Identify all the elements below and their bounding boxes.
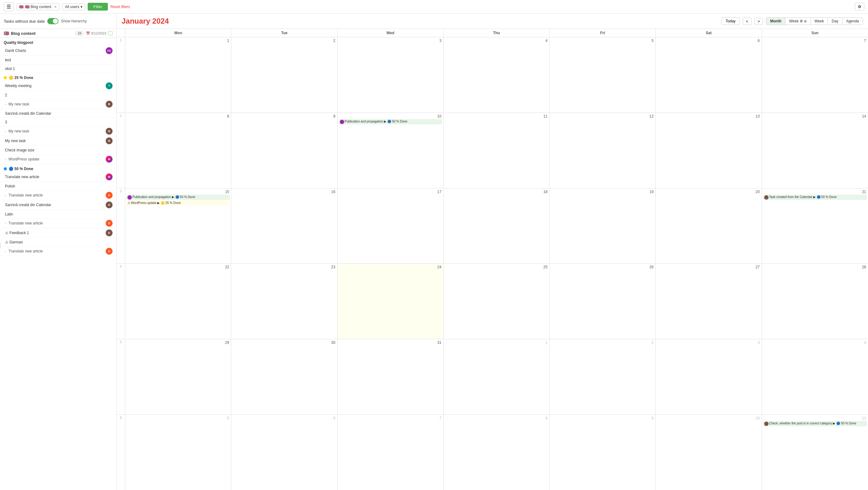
day-cell[interactable]: 4 xyxy=(444,37,550,113)
task-item[interactable]: ›WordPress updateM xyxy=(0,155,116,164)
day-cell[interactable]: 5 xyxy=(125,415,231,490)
task-item[interactable]: ⚠ German xyxy=(0,238,116,247)
day-number: 2 xyxy=(551,340,654,345)
task-item[interactable]: 2 xyxy=(0,91,116,99)
day-cell[interactable]: 15Publication and propagation ▶ 🔵 50 % D… xyxy=(125,188,231,264)
task-item[interactable]: úkol 1 xyxy=(0,64,116,73)
day-cell[interactable]: 3 xyxy=(656,339,762,415)
hamburger-button[interactable]: ☰ xyxy=(4,2,14,11)
day-cell[interactable]: 11Check, whether the post is in correct … xyxy=(762,415,868,490)
day-cell[interactable]: 12 xyxy=(550,113,656,188)
day-cell[interactable]: 24 xyxy=(338,264,444,339)
settings-button[interactable]: ⚙ xyxy=(855,3,864,10)
day-cell[interactable]: 13 xyxy=(656,113,762,188)
calendar-event[interactable]: ⚠ WordPress update ▶ 🟡 25 % Done xyxy=(127,201,230,205)
day-cell[interactable]: 1 xyxy=(125,37,231,113)
day-cell[interactable]: 26 xyxy=(550,264,656,339)
day-number: 9 xyxy=(232,114,336,119)
day-number: 19 xyxy=(551,190,654,194)
blog-checkbox[interactable] xyxy=(108,31,113,35)
day-cell[interactable]: 29 xyxy=(125,339,231,415)
view-tab-month[interactable]: Month xyxy=(766,18,785,25)
calendar-event[interactable]: Publication and propagation ▶ 🔵 50 % Don… xyxy=(339,119,442,124)
day-cell[interactable]: 22 xyxy=(125,264,231,339)
day-cell[interactable]: 31 xyxy=(338,339,444,415)
day-cell[interactable]: 9 xyxy=(231,113,337,188)
day-number: 26 xyxy=(551,265,654,269)
help-tab[interactable]: Help xyxy=(0,243,1,248)
task-item[interactable]: ›Translate new articleO xyxy=(0,191,116,200)
view-tab-day[interactable]: Day xyxy=(828,18,842,25)
task-item[interactable]: Sarcină creată din CalendarD xyxy=(0,200,116,210)
day-cell[interactable]: 10 xyxy=(656,415,762,490)
day-cell[interactable]: 6 xyxy=(231,415,337,490)
day-cell[interactable]: 7 xyxy=(338,415,444,490)
week-number: 2 xyxy=(117,113,125,188)
week-number: 3 xyxy=(117,188,125,264)
day-cell[interactable]: 28 xyxy=(762,264,868,339)
task-name: test xyxy=(5,58,113,62)
day-cell[interactable]: 2 xyxy=(550,339,656,415)
day-cell[interactable]: 2 xyxy=(231,37,337,113)
today-button[interactable]: Today xyxy=(721,18,740,25)
day-cell[interactable]: 16 xyxy=(231,188,337,264)
show-hierarchy-toggle[interactable] xyxy=(47,18,58,24)
day-cell[interactable]: 27 xyxy=(656,264,762,339)
day-cell[interactable]: 6 xyxy=(656,37,762,113)
day-number: 11 xyxy=(763,416,867,420)
task-item[interactable]: ›Translate new articleO xyxy=(0,247,116,256)
filter-tag-close[interactable]: ✕ xyxy=(54,5,57,9)
task-item[interactable]: ⚠ Feedback 1D xyxy=(0,228,116,238)
task-item[interactable]: test xyxy=(0,56,116,64)
reset-filters-link[interactable]: Reset filters xyxy=(111,5,130,9)
day-cell[interactable]: 7 xyxy=(762,37,868,113)
view-tab-week[interactable]: Week ⚙ xyxy=(785,18,811,25)
task-item[interactable]: Latin xyxy=(0,210,116,219)
task-item[interactable]: Weekly meetingT xyxy=(0,81,116,91)
task-item[interactable]: ›My new taskB xyxy=(0,99,116,109)
day-cell[interactable]: 4 xyxy=(762,339,868,415)
blog-content-row: 🇬🇧 Blog content 34 📅 9/12/2023 xyxy=(0,29,116,38)
task-item[interactable]: ›My new taskB xyxy=(0,126,116,136)
task-name: ⚠ Feedback 1 xyxy=(5,231,104,235)
task-item[interactable]: Translate new articleM xyxy=(0,172,116,182)
day-cell[interactable]: 1 xyxy=(444,339,550,415)
day-cell[interactable]: 3 xyxy=(338,37,444,113)
task-item[interactable]: Gantt ChartsAC xyxy=(0,46,116,56)
day-cell[interactable]: 10Publication and propagation ▶ 🔵 50 % D… xyxy=(338,113,444,188)
task-item[interactable]: ›Translate new articleO xyxy=(0,219,116,228)
day-cell[interactable]: 18 xyxy=(444,188,550,264)
filter-button[interactable]: Filter xyxy=(88,3,108,10)
day-headers: MonTueWedThuFriSatSun xyxy=(117,29,868,37)
day-cell[interactable]: 8 xyxy=(125,113,231,188)
day-cell[interactable]: 9 xyxy=(550,415,656,490)
event-text: Check, whether the post is in correct ca… xyxy=(769,421,866,425)
day-cell[interactable]: 11 xyxy=(444,113,550,188)
calendar-event[interactable]: Check, whether the post is in correct ca… xyxy=(763,421,867,426)
day-cell[interactable]: 8 xyxy=(444,415,550,490)
day-cell[interactable]: 17 xyxy=(338,188,444,264)
task-item[interactable]: Polish xyxy=(0,182,116,191)
task-item[interactable]: My new taskB xyxy=(0,136,116,146)
day-cell[interactable]: 25 xyxy=(444,264,550,339)
task-item[interactable]: 3 xyxy=(0,118,116,126)
day-cell[interactable]: 30 xyxy=(231,339,337,415)
prev-month-button[interactable]: < xyxy=(743,18,751,25)
task-item[interactable]: Sarcină creată din Calendar xyxy=(0,109,116,118)
day-cell[interactable]: 5 xyxy=(550,37,656,113)
view-tab-week[interactable]: Week xyxy=(811,18,828,25)
day-cell[interactable]: 21Task created from the Calendar ▶ 🔵 50 … xyxy=(762,188,868,264)
day-cell[interactable]: 23 xyxy=(231,264,337,339)
view-tab-agenda[interactable]: Agenda xyxy=(842,18,863,25)
calendar-event[interactable]: Task created from the Calendar ▶ 🔵 50 % … xyxy=(763,195,867,200)
user-filter-dropdown[interactable]: All users ▾ xyxy=(62,3,85,10)
next-month-button[interactable]: > xyxy=(754,18,763,25)
chevron-right-icon: › xyxy=(5,222,6,225)
day-cell[interactable]: 20 xyxy=(656,188,762,264)
day-cell[interactable]: 19 xyxy=(550,188,656,264)
calendar-event[interactable]: Publication and propagation ▶ 🔵 50 % Don… xyxy=(127,195,230,200)
day-cell[interactable]: 14 xyxy=(762,113,868,188)
blog-flag-icon: 🇬🇧 xyxy=(4,31,9,36)
blog-content-filter-tag[interactable]: 🇬🇧 🇬🇧 Blog content ✕ xyxy=(16,3,60,10)
task-item[interactable]: Check image size xyxy=(0,146,116,155)
